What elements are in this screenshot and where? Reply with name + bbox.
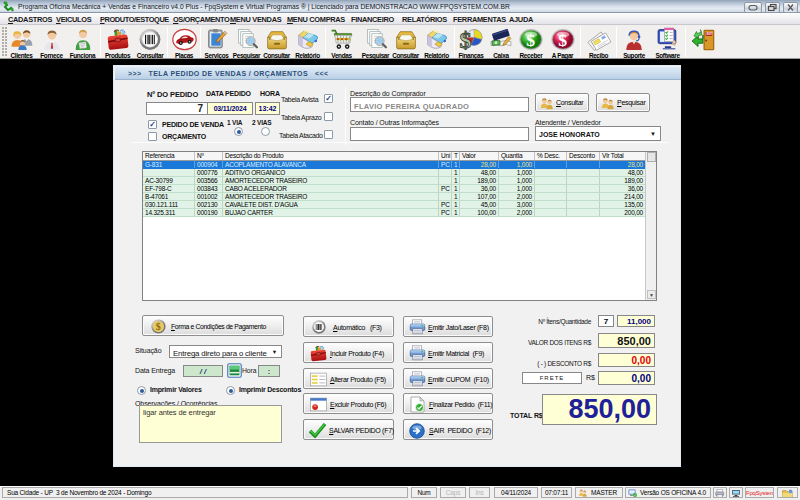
svg-text:$: $ (156, 321, 161, 332)
